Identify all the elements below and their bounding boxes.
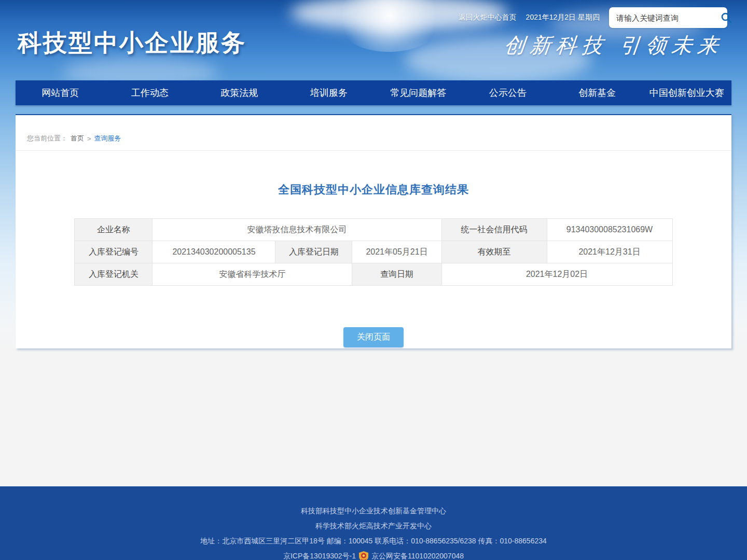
breadcrumb: 您当前位置： 首页 > 查询服务 (16, 115, 731, 151)
registration-authority-value: 安徽省科学技术厅 (153, 263, 352, 286)
query-result-table: 企业名称 安徽塔孜信息技术有限公司 统一社会信用代码 9134030008523… (74, 218, 672, 286)
registration-date-value: 2021年05月21日 (352, 241, 441, 263)
registration-date-label: 入库登记日期 (275, 241, 352, 263)
search-icon[interactable] (720, 11, 733, 24)
breadcrumb-home-link[interactable]: 首页 (71, 134, 84, 143)
registration-number-label: 入库登记编号 (75, 241, 153, 263)
search-input[interactable] (616, 13, 720, 22)
header-top-bar: 返回火炬中心首页 2021年12月2日 星期四 (459, 7, 727, 28)
query-date-label: 查询日期 (352, 263, 441, 286)
company-name-label: 企业名称 (75, 219, 153, 241)
return-torch-home-link[interactable]: 返回火炬中心首页 (459, 13, 517, 22)
nav-item-training[interactable]: 培训服务 (284, 80, 374, 105)
breadcrumb-current-link[interactable]: 查询服务 (94, 134, 121, 143)
footer-beian-row: 京ICP备13019302号-1 京公网安备11010202007048 (0, 549, 747, 560)
valid-until-value: 2021年12月31日 (547, 241, 672, 263)
footer: 科技部科技型中小企业技术创新基金管理中心 科学技术部火炬高技术产业开发中心 地址… (0, 486, 747, 560)
breadcrumb-separator: > (87, 135, 91, 143)
police-badge-icon (359, 551, 368, 560)
main-nav: 网站首页 工作动态 政策法规 培训服务 常见问题解答 公示公告 创新基金 中国创… (16, 80, 731, 105)
nav-item-work-news[interactable]: 工作动态 (105, 80, 195, 105)
table-row: 入库登记机关 安徽省科学技术厅 查询日期 2021年12月02日 (75, 263, 672, 286)
table-row: 入库登记编号 202134030200005135 入库登记日期 2021年05… (75, 241, 672, 263)
breadcrumb-prefix: 您当前位置： (27, 134, 67, 143)
footer-contact-line: 地址：北京市西城区三里河二区甲18号 邮编：100045 联系电话：010-88… (0, 534, 747, 549)
nav-item-competition[interactable]: 中国创新创业大赛 (642, 80, 732, 105)
icp-license-link[interactable]: 京ICP备13019302号-1 (283, 549, 356, 560)
close-page-button[interactable]: 关闭页面 (343, 327, 404, 347)
site-title: 科技型中小企业服务 (18, 27, 246, 59)
registration-number-value: 202134030200005135 (153, 241, 275, 263)
registration-authority-label: 入库登记机关 (75, 263, 153, 286)
query-date-value: 2021年12月02日 (441, 263, 672, 286)
nav-item-policies[interactable]: 政策法规 (195, 80, 284, 105)
header-slogan: 创新科技 引领未来 (503, 31, 725, 60)
credit-code-value: 91340300085231069W (547, 219, 672, 241)
nav-item-faq[interactable]: 常见问题解答 (374, 80, 463, 105)
footer-org-line2: 科学技术部火炬高技术产业开发中心 (0, 519, 747, 534)
footer-org-line1: 科技部科技型中小企业技术创新基金管理中心 (0, 503, 747, 519)
company-name-value: 安徽塔孜信息技术有限公司 (153, 219, 441, 241)
page-title: 全国科技型中小企业信息库查询结果 (16, 182, 731, 198)
nav-item-innovation-fund[interactable]: 创新基金 (552, 80, 642, 105)
police-record-link[interactable]: 京公网安备11010202007048 (371, 549, 464, 560)
search-box[interactable] (609, 7, 727, 28)
current-date-text: 2021年12月2日 星期四 (526, 13, 600, 22)
table-row: 企业名称 安徽塔孜信息技术有限公司 统一社会信用代码 9134030008523… (75, 219, 672, 241)
credit-code-label: 统一社会信用代码 (441, 219, 547, 241)
nav-item-home[interactable]: 网站首页 (16, 80, 105, 105)
content-card: 您当前位置： 首页 > 查询服务 全国科技型中小企业信息库查询结果 企业名称 安… (16, 114, 731, 348)
nav-item-announcements[interactable]: 公示公告 (463, 80, 553, 105)
valid-until-label: 有效期至 (441, 241, 547, 263)
